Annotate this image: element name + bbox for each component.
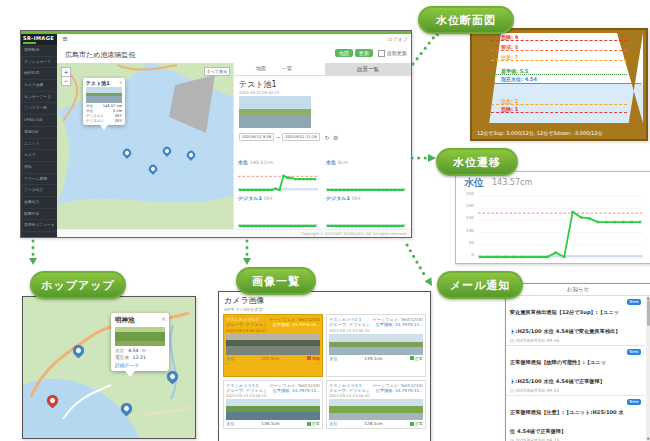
scroll-down-icon[interactable]: ▼ <box>646 437 650 441</box>
sidebar-item[interactable]: 運用概況 <box>21 45 57 57</box>
page-title: 広島市ため池遠隔監視 <box>65 50 135 60</box>
notification-item[interactable]: New 正常復帰通知【故障の可能性】:【ユニット:H25/100 水位 4.54… <box>506 346 645 396</box>
row-unit: m <box>141 348 145 353</box>
map-view[interactable]: + − すべて表示 × テスト池1 水位 143.57 cm 水位 0 cm <box>57 63 233 229</box>
date-to-input[interactable]: 2025/6/12 11:28 <box>282 133 320 141</box>
sidebar-item[interactable]: 帳票設定 <box>21 209 57 221</box>
new-badge: New <box>627 299 641 305</box>
popup-pointer <box>100 125 108 130</box>
row-value: 12.21 <box>133 355 146 360</box>
level-label: 警戒: 8 <box>501 44 518 50</box>
show-all-button[interactable]: すべて表示 <box>204 67 230 76</box>
map-popup-card: × テスト池1 水位 143.57 cm 水位 0 cm デジタル1 OFF デ… <box>83 78 125 125</box>
camera-photo[interactable] <box>226 334 320 355</box>
sidebar-item[interactable]: センサーデータ <box>21 92 57 104</box>
status-badge-normal: 正常 <box>307 421 320 426</box>
transition-chart-panel: 水位 143.57cm 250 200 150 100 50 0 <box>455 171 650 264</box>
mini-chart-water-level-2[interactable]: 水位0cm <box>326 149 410 182</box>
notification-item[interactable]: New 変化量異常検出通知【12分で3up】:【ユニット:H25/100 水位 … <box>506 296 645 346</box>
site-photo[interactable] <box>239 96 311 128</box>
y-tick: 200 <box>460 203 474 208</box>
sidebar-item[interactable]: ユニット <box>21 139 57 151</box>
badge-cross-section: 水位断面図 <box>418 6 514 34</box>
status-square-icon <box>307 356 311 360</box>
chart-title: 水位 <box>464 176 484 190</box>
hamburger-menu-icon[interactable]: ≡ <box>62 35 68 43</box>
sidebar-item[interactable]: 動作監視 <box>21 68 57 80</box>
detail-data-link[interactable]: 詳細データ <box>111 360 169 369</box>
chart-label: デジタル1 <box>238 195 262 201</box>
mini-chart-water-level[interactable]: 水位143.57cm <box>238 149 322 182</box>
capture-date: 2024-09-13 13:58:10 <box>226 393 320 398</box>
sidebar-item[interactable]: アラーム履歴 <box>21 174 57 186</box>
tab-site-list[interactable]: 設置一覧 <box>325 63 411 75</box>
sidebar-item[interactable]: 画像出力 <box>21 197 57 209</box>
status-text: 正常 <box>312 421 320 426</box>
camera-card[interactable]: テストカメラ3.1ゲートウェイ: Test(1234) グループ: デフォルト位… <box>326 380 426 430</box>
popup-map-panel[interactable]: × 明神池 水位 4.54 m 電圧値 12.21 詳細データ <box>22 296 196 439</box>
camera-card[interactable]: テストカメラ2.1ゲートウェイ: Test(1234) グループ: デフォルト位… <box>326 314 426 377</box>
mini-chart-digital-2[interactable]: デジタル1OFF <box>326 185 410 218</box>
badge-image-list: 画像一覧 <box>236 267 316 295</box>
notification-list: New 変化量異常検出通知【12分で3up】:【ユニット:H25/100 水位 … <box>506 296 645 441</box>
sidebar-item-admin-menu[interactable]: 管理者メニュー ▸ <box>21 220 57 232</box>
settings-icon[interactable]: ⚙ <box>333 134 338 141</box>
sidebar-item[interactable]: データ出力 <box>21 185 57 197</box>
auto-update-checkbox[interactable] <box>378 50 385 57</box>
level-label: 現在水位: 4.54 <box>501 76 537 82</box>
row-label: 水位 <box>115 348 124 353</box>
mini-chart-digital-1[interactable]: デジタル1OFF <box>238 185 322 218</box>
chart-value: OFF <box>352 196 361 201</box>
new-badge: New <box>627 349 641 355</box>
badge-popup: ホップアップ <box>30 271 126 299</box>
content-header: 広島市ため池遠隔監視 地図 更新 自動更新 <box>57 45 411 63</box>
location-link[interactable]: 位置情報: 34.7979,13... <box>376 388 423 393</box>
sidebar-item[interactable]: デバイス一覧 <box>21 103 57 115</box>
level-line-caution-low: 注意: 2 <box>491 104 627 105</box>
notification-item[interactable]: New 正常復帰通知【注意】:【ユニット:H25/100 水位 4.54値で正常… <box>506 396 645 441</box>
sidebar-item[interactable]: 電源GW <box>21 127 57 139</box>
map-button[interactable]: 地図 <box>335 49 353 57</box>
location-link[interactable]: 位置情報: 34.7979,13... <box>273 322 320 327</box>
sidebar-item[interactable]: カメラ画像 <box>21 80 57 92</box>
popup-pointer <box>125 371 135 377</box>
sidebar-item[interactable]: ダッシュボード <box>21 57 57 69</box>
app-logo: SR-IMAGE <box>21 34 57 45</box>
range-separator: 〜 <box>276 135 280 140</box>
empty-sensor-row: -- <box>226 367 320 373</box>
tab-map[interactable]: 地図 <box>256 65 266 71</box>
water-level-value: 136.1cm <box>261 421 279 426</box>
location-link[interactable]: 位置情報: 34.7979,13... <box>376 322 423 327</box>
sidebar-item[interactable]: LPWA GW <box>21 115 57 127</box>
close-icon[interactable]: × <box>119 79 123 85</box>
badge-transition: 水位遷移 <box>436 148 518 176</box>
row-value: OFF <box>115 119 122 123</box>
sidebar-item[interactable]: カメラ <box>21 150 57 162</box>
close-icon[interactable]: × <box>161 315 166 322</box>
camera-photo[interactable] <box>226 399 320 420</box>
popup-row: デジタル1 OFF <box>83 118 125 123</box>
tab-list[interactable]: 一覧 <box>282 65 292 71</box>
logoff-link[interactable]: ログオフ <box>388 36 408 42</box>
camera-photo[interactable] <box>329 399 423 420</box>
refresh-icon[interactable]: ↻ <box>325 134 330 141</box>
location-link[interactable]: 位置情報: 34.7979,13... <box>273 388 320 393</box>
popup-photo[interactable] <box>86 87 122 103</box>
row-label: 水位 <box>86 109 93 113</box>
map-popup-card: × 明神池 水位 4.54 m 電圧値 12.21 詳細データ <box>111 313 169 371</box>
camera-card-selected[interactable]: テストカメラ1.1ゲートウェイ: Test(1234) グループ: デフォルト位… <box>223 314 323 377</box>
scrollbar-thumb[interactable] <box>647 300 650 326</box>
camera-card[interactable]: テストカメラ1.1ゲートウェイ: Test(1234) グループ: デフォルト位… <box>223 380 323 430</box>
date-from-input[interactable]: 2025/6/12 9:28 <box>239 133 274 141</box>
value: 0 <box>113 109 115 113</box>
popup-photo[interactable] <box>115 327 165 346</box>
camera-photo[interactable] <box>329 334 423 355</box>
zoom-out-button[interactable]: − <box>61 76 71 86</box>
auto-update-label: 自動更新 <box>387 50 407 56</box>
dash: - <box>226 367 228 373</box>
level-line-reference: 基準値: 5.5 <box>491 74 627 75</box>
y-tick: 100 <box>460 228 474 233</box>
update-button[interactable]: 更新 <box>355 49 373 57</box>
status-square-icon <box>410 422 414 426</box>
sidebar-item[interactable]: 通知 <box>21 162 57 174</box>
